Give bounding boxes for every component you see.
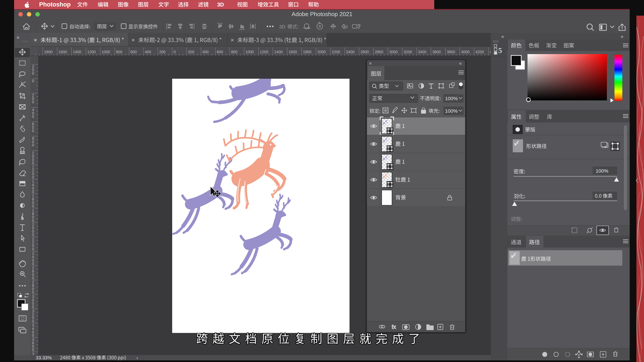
- svg-text:0: 0: [32, 161, 34, 165]
- svg-text:1000: 1000: [246, 50, 254, 54]
- svg-text:›: ›: [136, 355, 138, 360]
- svg-text:«: «: [501, 34, 504, 39]
- svg-text:0: 0: [32, 218, 34, 223]
- svg-text:400: 400: [202, 50, 209, 54]
- svg-text:0: 0: [32, 100, 34, 104]
- svg-text:2200: 2200: [332, 50, 340, 54]
- svg-text:0: 0: [32, 114, 34, 119]
- svg-text:0: 0: [32, 319, 34, 323]
- svg-text:600: 600: [217, 50, 223, 54]
- svg-text:1800: 1800: [303, 50, 312, 54]
- svg-text:1200: 1200: [260, 50, 268, 54]
- svg-text:1600: 1600: [58, 50, 67, 54]
- svg-text:100%: 100%: [596, 168, 608, 174]
- svg-text:0: 0: [32, 175, 34, 180]
- svg-text:3200: 3200: [404, 50, 412, 54]
- svg-text:1800: 1800: [44, 50, 52, 54]
- svg-text:1200: 1200: [87, 50, 96, 54]
- svg-text:2600: 2600: [360, 50, 369, 54]
- svg-text:3600: 3600: [432, 50, 441, 54]
- svg-text:600: 600: [130, 50, 137, 54]
- svg-text:1000: 1000: [102, 50, 110, 54]
- svg-text:0: 0: [32, 276, 34, 280]
- svg-text:3D: 3D: [217, 2, 224, 8]
- svg-text:4200: 4200: [476, 50, 484, 54]
- svg-text:1600: 1600: [288, 50, 297, 54]
- svg-text:×: ×: [132, 37, 135, 44]
- svg-text:0: 0: [32, 204, 34, 208]
- svg-text:»: »: [16, 34, 20, 40]
- svg-text:0: 0: [32, 79, 34, 83]
- svg-text:0: 0: [174, 50, 176, 54]
- svg-text:0: 0: [32, 247, 34, 251]
- svg-text:2000: 2000: [317, 50, 326, 54]
- svg-text:3400: 3400: [418, 50, 426, 54]
- svg-text:400: 400: [145, 50, 151, 54]
- svg-text:0: 0: [32, 348, 34, 352]
- svg-text:800: 800: [231, 50, 237, 54]
- svg-text:2400: 2400: [346, 50, 355, 54]
- svg-text:1400: 1400: [274, 50, 283, 54]
- svg-text:4000: 4000: [461, 50, 470, 54]
- svg-text:0: 0: [32, 262, 34, 266]
- svg-text:200: 200: [159, 50, 166, 54]
- svg-text:×: ×: [369, 60, 372, 66]
- svg-text:800: 800: [116, 50, 122, 54]
- svg-text:3800: 3800: [447, 50, 455, 54]
- svg-text:«: «: [459, 60, 462, 66]
- svg-text:0: 0: [32, 71, 34, 76]
- svg-text:Adobe Photoshop 2021: Adobe Photoshop 2021: [292, 11, 352, 18]
- svg-text:1400: 1400: [73, 50, 82, 54]
- svg-text:3000: 3000: [389, 50, 398, 54]
- svg-text:0: 0: [32, 305, 34, 309]
- svg-text:5: 5: [498, 46, 502, 54]
- svg-text:»: »: [621, 34, 624, 39]
- svg-text:0: 0: [32, 233, 34, 237]
- svg-text:0: 0: [32, 143, 34, 147]
- svg-text:33.33%: 33.33%: [36, 355, 52, 360]
- svg-text:×: ×: [34, 37, 37, 44]
- svg-text:100%: 100%: [445, 108, 458, 114]
- svg-text:×: ×: [230, 37, 234, 44]
- svg-text:fx: fx: [392, 324, 396, 330]
- svg-text:3D: 3D: [279, 24, 285, 30]
- svg-text:200: 200: [188, 50, 194, 54]
- svg-text:0: 0: [32, 334, 34, 338]
- svg-text:100%: 100%: [445, 96, 458, 101]
- svg-text:Photoshop: Photoshop: [39, 1, 71, 8]
- svg-text:0: 0: [32, 190, 34, 194]
- svg-text:2800: 2800: [375, 50, 383, 54]
- svg-text:0: 0: [32, 290, 34, 294]
- svg-text:0: 0: [32, 129, 34, 133]
